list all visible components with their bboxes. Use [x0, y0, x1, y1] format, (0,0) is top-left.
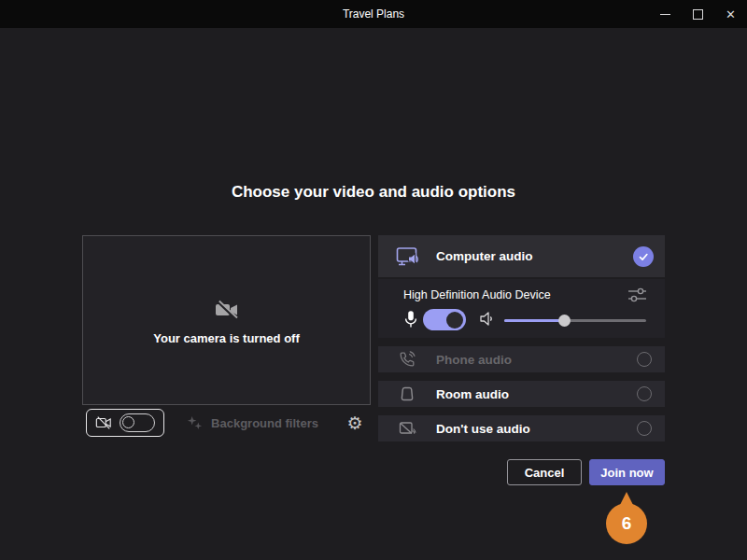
- minimize-button[interactable]: [649, 0, 682, 28]
- close-icon: ✕: [726, 7, 736, 21]
- mic-toggle[interactable]: [423, 309, 466, 330]
- cancel-button[interactable]: Cancel: [507, 459, 582, 485]
- camera-toggle[interactable]: [120, 413, 155, 432]
- page-title: Choose your video and audio options: [0, 183, 747, 202]
- camera-toggle-group[interactable]: [86, 409, 164, 437]
- titlebar: Travel Plans ✕: [0, 0, 747, 28]
- volume-slider[interactable]: [504, 319, 646, 322]
- minimize-icon: [660, 14, 670, 15]
- phone-audio-radio[interactable]: [637, 352, 652, 367]
- background-filters-label: Background filters: [211, 416, 318, 430]
- window-title: Travel Plans: [343, 7, 404, 21]
- custom-setup-button[interactable]: [627, 286, 648, 308]
- camera-toggle-knob: [122, 416, 134, 428]
- no-audio-icon: [398, 419, 416, 438]
- selected-check-icon: [633, 246, 654, 267]
- camera-preview: Your camera is turned off: [82, 235, 371, 405]
- room-audio-option[interactable]: Room audio: [378, 381, 665, 407]
- callout-number: 6: [606, 503, 647, 544]
- volume-fill: [504, 319, 564, 322]
- maximize-icon: [693, 9, 703, 20]
- room-audio-icon: [398, 385, 416, 403]
- volume-thumb[interactable]: [558, 315, 571, 327]
- camera-controls: Background filters ⚙: [82, 408, 371, 438]
- camera-status-text: Your camera is turned off: [153, 331, 300, 345]
- join-now-button[interactable]: Join now: [589, 459, 665, 485]
- microphone-icon: [403, 310, 418, 329]
- phone-audio-icon: [398, 350, 416, 369]
- phone-audio-label: Phone audio: [436, 353, 637, 367]
- room-audio-label: Room audio: [436, 387, 637, 401]
- audio-device-name: High Definition Audio Device: [403, 288, 551, 301]
- background-filters-button[interactable]: Background filters: [164, 415, 341, 431]
- sliders-icon: [627, 286, 648, 304]
- room-audio-radio[interactable]: [637, 386, 652, 401]
- audio-device-card: High Definition Audio Device: [378, 279, 665, 338]
- close-button[interactable]: ✕: [714, 0, 747, 28]
- phone-audio-option[interactable]: Phone audio: [378, 346, 665, 372]
- camera-off-icon: [213, 296, 241, 324]
- speaker-icon: [479, 311, 496, 327]
- dont-use-audio-label: Don't use audio: [436, 422, 637, 436]
- gear-icon: ⚙: [346, 413, 362, 434]
- dont-use-audio-radio[interactable]: [637, 421, 652, 436]
- sparkle-icon: [187, 415, 203, 431]
- window-controls: ✕: [649, 0, 747, 28]
- maximize-button[interactable]: [682, 0, 714, 28]
- meeting-join-window: Travel Plans ✕ Choose your video and aud…: [0, 0, 747, 560]
- computer-audio-option[interactable]: Computer audio: [378, 235, 665, 277]
- computer-audio-icon: [395, 245, 420, 268]
- camera-off-small-icon: [95, 414, 112, 431]
- device-settings-button[interactable]: ⚙: [341, 409, 369, 437]
- mic-toggle-knob: [446, 312, 463, 329]
- computer-audio-label: Computer audio: [436, 249, 533, 263]
- step-callout: 6: [606, 492, 647, 544]
- dont-use-audio-option[interactable]: Don't use audio: [378, 415, 665, 441]
